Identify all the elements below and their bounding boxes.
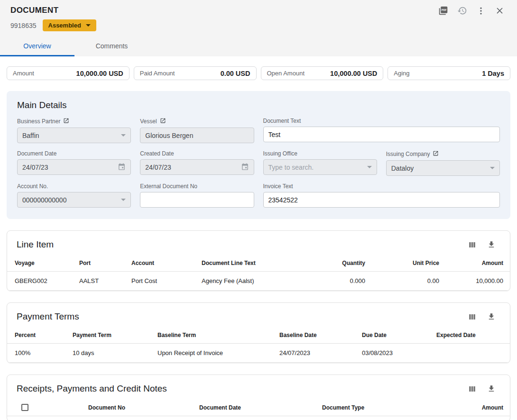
field-invoice-text: Invoice Text — [263, 183, 500, 208]
receipts-table: Document No Document Date Document Type … — [7, 400, 510, 416]
issuing-company-select: Dataloy — [386, 160, 500, 176]
cell: GBERG002 — [7, 272, 79, 291]
cell: Agency Fee (Aalst) — [202, 272, 311, 291]
column-header[interactable]: Unit Price — [373, 256, 447, 272]
open-in-new-icon[interactable] — [63, 118, 69, 125]
cell: 24/07/2023 — [279, 344, 362, 363]
column-header[interactable]: Payment Term — [73, 328, 157, 344]
section-title: Line Item — [17, 239, 54, 250]
column-header[interactable]: Expected Date — [436, 328, 510, 344]
field-vessel: Vessel Glorious Bergen — [140, 118, 254, 143]
open-in-new-icon[interactable] — [160, 118, 166, 125]
table-row[interactable]: 100% 10 days Upon Receipt of Invoice 24/… — [7, 344, 510, 363]
invoice-text-input[interactable] — [268, 196, 495, 204]
section-title: Main Details — [17, 100, 500, 110]
table-header-row: Document No Document Date Document Type … — [7, 400, 510, 416]
document-number: 9918635 — [10, 22, 37, 29]
payment-terms-table: Percent Payment Term Baseline Term Basel… — [7, 328, 510, 363]
column-header[interactable]: Voyage — [7, 256, 79, 272]
invoice-text-input-wrap — [263, 192, 500, 208]
field-document-text: Document Text — [263, 118, 500, 143]
download-icon[interactable] — [487, 240, 496, 249]
tab-comments[interactable]: Comments — [74, 37, 149, 56]
empty-table-body — [7, 416, 510, 420]
download-icon[interactable] — [487, 312, 496, 321]
pdf-export-icon[interactable]: PDF — [438, 6, 448, 16]
chevron-down-icon — [86, 24, 91, 27]
receipts-section: Receipts, Payments and Credit Notes Docu… — [7, 374, 510, 420]
cell: AALST — [79, 272, 131, 291]
cell: 0.00 — [373, 272, 447, 291]
column-header[interactable]: Document Date — [199, 400, 322, 416]
chevron-down-icon — [121, 199, 126, 201]
vessel-field: Glorious Bergen — [140, 128, 254, 143]
chevron-down-icon — [121, 134, 126, 137]
column-header[interactable]: Baseline Date — [279, 328, 362, 344]
summary-card-amount: Amount 10,000.00 USD — [7, 66, 129, 80]
line-item-section: Line Item Voyage Port Account Document L… — [7, 230, 510, 291]
cell — [436, 344, 510, 363]
column-header[interactable]: Port — [79, 256, 131, 272]
field-issuing-company: Issuing Company Dataloy — [386, 150, 500, 176]
column-settings-icon[interactable] — [468, 384, 477, 393]
calendar-icon — [118, 163, 126, 172]
column-header[interactable]: Quantity — [311, 256, 373, 272]
line-item-table: Voyage Port Account Document Line Text Q… — [7, 256, 510, 291]
cell: 0.000 — [311, 272, 373, 291]
field-external-document-no: External Document No — [140, 183, 254, 208]
table-header-row: Percent Payment Term Baseline Term Basel… — [7, 328, 510, 344]
account-no-select: 000000000000 — [17, 192, 131, 208]
cell: Upon Receipt of Invoice — [157, 344, 279, 363]
status-badge[interactable]: Assembled — [43, 19, 96, 31]
section-title: Payment Terms — [17, 311, 79, 322]
download-icon[interactable] — [487, 384, 496, 393]
more-options-icon[interactable] — [476, 6, 486, 16]
created-date-field: 24/07/23 — [140, 159, 254, 175]
close-icon[interactable] — [495, 6, 505, 16]
column-header[interactable]: Account — [131, 256, 202, 272]
column-header[interactable]: Document No — [88, 400, 199, 416]
column-header[interactable]: Amount — [441, 400, 510, 416]
column-header[interactable]: Baseline Term — [157, 328, 279, 344]
column-settings-icon[interactable] — [468, 240, 477, 249]
page-title: DOCUMENT — [10, 5, 58, 15]
summary-card-aging: Aging 1 Days — [388, 66, 510, 80]
cell: 10,000.00 — [447, 272, 510, 291]
document-text-input[interactable] — [268, 131, 495, 138]
chevron-down-icon — [490, 167, 495, 169]
tab-bar: Overview Comments — [0, 37, 517, 56]
cell: 03/08/2023 — [362, 344, 436, 363]
field-issuing-office: Issuing Office Type to search. — [263, 150, 377, 176]
column-header[interactable]: Document Line Text — [202, 256, 311, 272]
history-icon[interactable] — [457, 6, 467, 16]
summary-card-paid-amount: Paid Amount 0.00 USD — [134, 66, 257, 80]
open-in-new-icon[interactable] — [433, 150, 439, 158]
payment-terms-section: Payment Terms Percent Payment Term Basel… — [7, 302, 510, 363]
document-header: DOCUMENT PDF — [0, 0, 517, 56]
column-settings-icon[interactable] — [468, 312, 477, 321]
external-document-no-input[interactable] — [145, 196, 249, 204]
cell: 10 days — [73, 344, 157, 363]
cell: 100% — [7, 344, 73, 363]
column-header[interactable]: Document Type — [322, 400, 441, 416]
business-partner-select: Baffin — [17, 128, 131, 143]
column-header[interactable]: Due Date — [362, 328, 436, 344]
field-account-no: Account No. 000000000000 — [17, 183, 131, 208]
summary-card-open-amount: Open Amount 10,000.00 USD — [261, 66, 384, 80]
external-document-no-input-wrap — [140, 192, 254, 208]
section-title: Receipts, Payments and Credit Notes — [17, 383, 167, 394]
column-header[interactable]: Amount — [447, 256, 510, 272]
table-row[interactable]: GBERG002 AALST Port Cost Agency Fee (Aal… — [7, 272, 510, 291]
svg-text:PDF: PDF — [442, 9, 447, 11]
table-header-row: Voyage Port Account Document Line Text Q… — [7, 256, 510, 272]
calendar-icon — [241, 163, 249, 172]
tab-overview[interactable]: Overview — [0, 37, 74, 56]
field-document-date: Document Date 24/07/23 — [17, 150, 131, 176]
field-created-date: Created Date 24/07/23 — [140, 150, 254, 176]
document-date-field: 24/07/23 — [17, 159, 131, 175]
column-header[interactable]: Percent — [7, 328, 73, 344]
select-all-checkbox[interactable] — [21, 404, 28, 411]
summary-cards: Amount 10,000.00 USD Paid Amount 0.00 US… — [7, 66, 510, 80]
field-business-partner: Business Partner Baffin — [17, 118, 131, 143]
chevron-down-icon — [367, 166, 372, 168]
